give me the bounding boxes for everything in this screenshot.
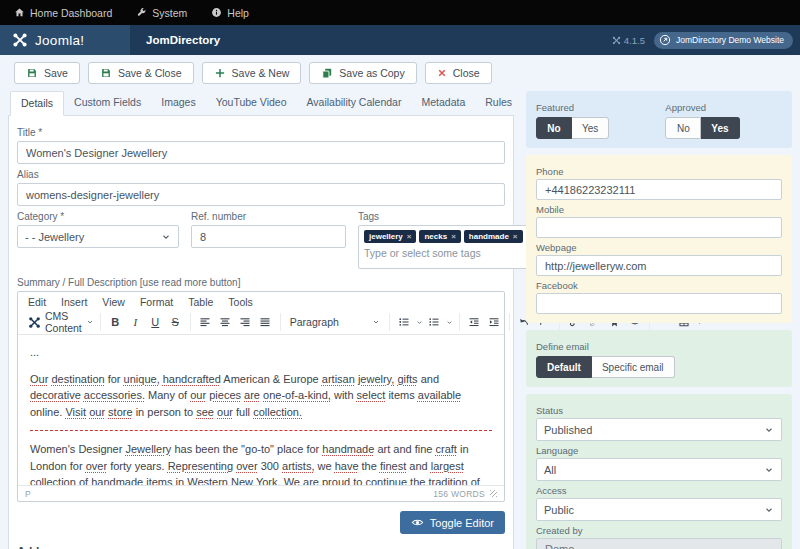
featured-no-option[interactable]: No xyxy=(536,117,572,139)
toggle-editor-button[interactable]: Toggle Editor xyxy=(400,511,505,534)
define-email-default-option[interactable]: Default xyxy=(536,356,592,378)
tag-chip-handmade[interactable]: handmade× xyxy=(464,230,523,243)
indent-button[interactable] xyxy=(486,313,503,331)
title-input[interactable] xyxy=(17,141,505,164)
align-left-icon xyxy=(199,316,211,328)
define-email-specific-option[interactable]: Specific email xyxy=(592,356,675,378)
demo-website-button[interactable]: JomDirectory Demo Website xyxy=(654,32,793,49)
numbered-list-button[interactable] xyxy=(426,313,443,331)
language-label: Language xyxy=(536,445,782,456)
align-justify-button[interactable] xyxy=(257,313,274,331)
save-new-button[interactable]: Save & New xyxy=(202,62,302,84)
editor-menu-tools[interactable]: Tools xyxy=(228,296,253,308)
access-select[interactable]: Public xyxy=(536,498,782,521)
facebook-input[interactable] xyxy=(536,293,782,314)
tab-rules[interactable]: Rules xyxy=(475,91,522,115)
menu-home-dashboard[interactable]: Home Dashboard xyxy=(14,7,112,19)
tag-remove-icon[interactable]: × xyxy=(451,232,456,241)
editor-menu-edit[interactable]: Edit xyxy=(28,296,46,308)
phone-input[interactable] xyxy=(536,179,782,200)
element-path[interactable]: P xyxy=(25,489,31,499)
chevron-down-icon xyxy=(372,318,380,326)
chevron-down-icon[interactable] xyxy=(446,319,453,326)
tab-bar: DetailsCustom FieldsImagesYouTube VideoA… xyxy=(8,91,514,116)
category-ref-tags-row: Category * - - Jewellery Ref. number Tag… xyxy=(17,206,505,269)
tag-remove-icon[interactable]: × xyxy=(407,232,412,241)
admin-menu-bar: Home Dashboard System Help xyxy=(0,0,800,25)
tags-placeholder[interactable]: Type or select some tags xyxy=(364,247,523,259)
featured-toggle: No Yes xyxy=(536,117,609,139)
approved-no-option[interactable]: No xyxy=(665,117,701,139)
title-label: Title * xyxy=(17,127,505,138)
save-close-button[interactable]: Save & Close xyxy=(88,62,194,84)
italic-button[interactable]: I xyxy=(127,313,144,331)
plus-icon xyxy=(214,67,226,79)
joomla-brand[interactable]: Joomla! xyxy=(0,25,130,55)
cms-content-button[interactable]: CMS Content xyxy=(28,310,94,334)
bold-button[interactable]: B xyxy=(107,313,124,331)
mobile-input[interactable] xyxy=(536,217,782,238)
resize-grip-icon[interactable] xyxy=(490,490,497,497)
outdent-button[interactable] xyxy=(466,313,483,331)
chevron-down-icon[interactable] xyxy=(416,319,423,326)
underline-button[interactable]: U xyxy=(147,313,164,331)
save-copy-button[interactable]: Save as Copy xyxy=(309,62,416,84)
description-paragraph: Our destination for unique, handcrafted … xyxy=(30,371,492,421)
version-indicator: 4.1.5 xyxy=(612,35,645,46)
tab-availability-calendar[interactable]: Availability Calendar xyxy=(297,91,412,115)
align-right-button[interactable] xyxy=(237,313,254,331)
featured-label: Featured xyxy=(536,102,609,113)
contact-panel: Phone Mobile Webpage Facebook xyxy=(526,155,792,323)
editor-menubar: EditInsertViewFormatTableTools xyxy=(18,292,504,310)
close-label: Close xyxy=(453,67,480,79)
strikethrough-button[interactable]: S xyxy=(167,313,184,331)
ref-number-input[interactable] xyxy=(191,225,346,248)
bullet-list-button[interactable] xyxy=(396,313,413,331)
editor-content[interactable]: ...Our destination for unique, handcraft… xyxy=(18,335,504,485)
tab-images[interactable]: Images xyxy=(151,91,205,115)
eye-icon xyxy=(411,516,424,529)
tab-metadata[interactable]: Metadata xyxy=(411,91,475,115)
status-select[interactable]: Published xyxy=(536,418,782,441)
right-sidebar: Featured No Yes Approved No Yes Phone xyxy=(526,91,792,549)
language-select[interactable]: All xyxy=(536,458,782,481)
paragraph-style-select[interactable]: Paragraph xyxy=(287,316,383,328)
tab-details[interactable]: Details xyxy=(10,91,64,116)
demo-website-label: JomDirectory Demo Website xyxy=(676,35,784,45)
category-select[interactable]: - - Jewellery xyxy=(17,225,179,248)
menu-label: Help xyxy=(227,7,249,19)
align-right-icon xyxy=(239,316,251,328)
save-close-icon xyxy=(100,67,112,79)
webpage-input[interactable] xyxy=(536,255,782,276)
tag-chip-jewellery[interactable]: jewellery× xyxy=(364,230,416,243)
editor-menu-format[interactable]: Format xyxy=(140,296,173,308)
menu-label: Home Dashboard xyxy=(30,7,112,19)
featured-yes-option[interactable]: Yes xyxy=(572,117,609,139)
tab-youtube-video[interactable]: YouTube Video xyxy=(206,91,297,115)
align-center-button[interactable] xyxy=(217,313,234,331)
approved-yes-option[interactable]: Yes xyxy=(701,117,739,139)
editor-menu-table[interactable]: Table xyxy=(188,296,213,308)
header-right: 4.1.5 JomDirectory Demo Website xyxy=(612,32,800,49)
menu-system[interactable]: System xyxy=(136,7,187,19)
tag-remove-icon[interactable]: × xyxy=(513,232,518,241)
toggle-editor-label: Toggle Editor xyxy=(430,517,494,529)
tag-chip-necks[interactable]: necks× xyxy=(419,230,460,243)
editor-menu-insert[interactable]: Insert xyxy=(61,296,87,308)
phone-label: Phone xyxy=(536,166,782,177)
tab-custom-fields[interactable]: Custom Fields xyxy=(64,91,151,115)
language-value: All xyxy=(544,464,556,476)
summary-label: Summary / Full Description [use read mor… xyxy=(17,277,505,288)
editor-statusbar: P 156 WORDS xyxy=(18,485,504,501)
editor-toolbar: CMS Content B I U S xyxy=(18,310,504,335)
external-link-icon xyxy=(659,34,671,46)
chevron-down-icon xyxy=(86,318,94,326)
rich-text-editor: EditInsertViewFormatTableTools CMS Conte… xyxy=(17,291,505,502)
menu-help[interactable]: Help xyxy=(211,7,249,19)
editor-menu-view[interactable]: View xyxy=(102,296,125,308)
alias-input[interactable] xyxy=(17,183,505,206)
access-label: Access xyxy=(536,485,782,496)
save-button[interactable]: Save xyxy=(14,62,80,84)
align-left-button[interactable] xyxy=(197,313,214,331)
close-button[interactable]: Close xyxy=(425,62,492,84)
